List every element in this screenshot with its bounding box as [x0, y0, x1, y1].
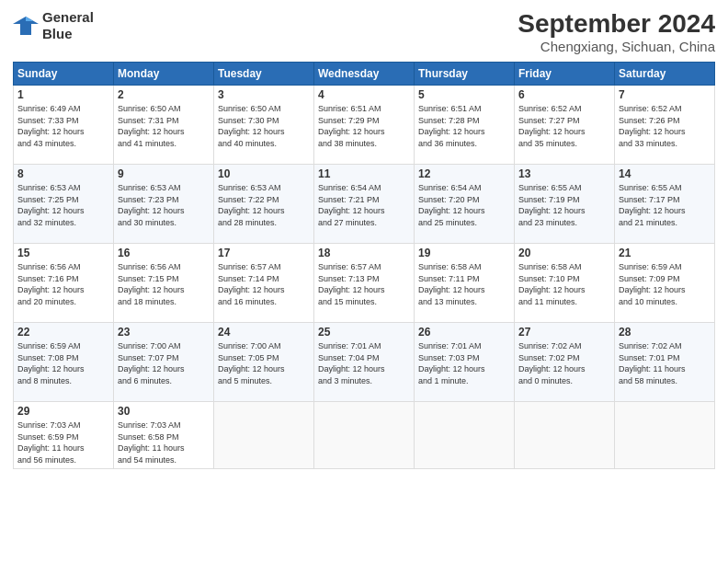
day-info: Sunrise: 6:55 AM Sunset: 7:19 PM Dayligh… — [518, 182, 610, 228]
calendar-cell: 9Sunrise: 6:53 AM Sunset: 7:23 PM Daylig… — [114, 165, 214, 244]
day-info: Sunrise: 6:52 AM Sunset: 7:26 PM Dayligh… — [619, 103, 711, 149]
calendar-cell: 28Sunrise: 7:02 AM Sunset: 7:01 PM Dayli… — [615, 323, 715, 402]
day-number: 12 — [418, 167, 510, 180]
day-info: Sunrise: 6:59 AM Sunset: 7:09 PM Dayligh… — [619, 261, 711, 307]
day-info: Sunrise: 6:59 AM Sunset: 7:08 PM Dayligh… — [17, 340, 109, 386]
calendar-week-row: 22Sunrise: 6:59 AM Sunset: 7:08 PM Dayli… — [14, 323, 715, 402]
weekday-header: Friday — [515, 63, 615, 86]
day-info: Sunrise: 6:58 AM Sunset: 7:10 PM Dayligh… — [518, 261, 610, 307]
day-info: Sunrise: 7:00 AM Sunset: 7:05 PM Dayligh… — [218, 340, 310, 386]
day-info: Sunrise: 6:50 AM Sunset: 7:31 PM Dayligh… — [118, 103, 210, 149]
day-number: 20 — [518, 247, 610, 259]
month-title: September 2024 — [518, 9, 715, 39]
day-info: Sunrise: 6:49 AM Sunset: 7:33 PM Dayligh… — [17, 103, 109, 149]
calendar-cell: 19Sunrise: 6:58 AM Sunset: 7:11 PM Dayli… — [415, 244, 515, 323]
day-number: 26 — [418, 326, 510, 339]
calendar-cell: 8Sunrise: 6:53 AM Sunset: 7:25 PM Daylig… — [14, 165, 114, 244]
logo-icon — [13, 15, 39, 37]
day-number: 21 — [619, 247, 711, 259]
day-number: 24 — [218, 326, 310, 339]
day-info: Sunrise: 6:55 AM Sunset: 7:17 PM Dayligh… — [619, 182, 711, 228]
calendar-cell: 16Sunrise: 6:56 AM Sunset: 7:15 PM Dayli… — [114, 244, 214, 323]
calendar-cell: 11Sunrise: 6:54 AM Sunset: 7:21 PM Dayli… — [314, 165, 415, 244]
calendar-cell: 1Sunrise: 6:49 AM Sunset: 7:33 PM Daylig… — [14, 86, 114, 165]
calendar-header-row: SundayMondayTuesdayWednesdayThursdayFrid… — [14, 63, 715, 86]
day-number: 28 — [619, 326, 711, 339]
calendar-cell: 21Sunrise: 6:59 AM Sunset: 7:09 PM Dayli… — [615, 244, 715, 323]
calendar-cell: 2Sunrise: 6:50 AM Sunset: 7:31 PM Daylig… — [114, 86, 214, 165]
calendar-cell: 30Sunrise: 7:03 AM Sunset: 6:58 PM Dayli… — [114, 402, 214, 469]
day-number: 9 — [118, 167, 210, 180]
logo: General Blue — [13, 9, 94, 42]
day-info: Sunrise: 7:03 AM Sunset: 6:58 PM Dayligh… — [118, 419, 210, 465]
calendar-cell: 18Sunrise: 6:57 AM Sunset: 7:13 PM Dayli… — [314, 244, 415, 323]
day-number: 17 — [218, 247, 310, 259]
calendar-cell: 10Sunrise: 6:53 AM Sunset: 7:22 PM Dayli… — [214, 165, 314, 244]
day-number: 5 — [418, 88, 510, 101]
calendar-cell: 12Sunrise: 6:54 AM Sunset: 7:20 PM Dayli… — [415, 165, 515, 244]
calendar-cell: 26Sunrise: 7:01 AM Sunset: 7:03 PM Dayli… — [415, 323, 515, 402]
calendar-cell: 24Sunrise: 7:00 AM Sunset: 7:05 PM Dayli… — [214, 323, 314, 402]
calendar-cell — [615, 402, 715, 469]
day-info: Sunrise: 7:02 AM Sunset: 7:02 PM Dayligh… — [518, 340, 610, 386]
day-info: Sunrise: 6:54 AM Sunset: 7:20 PM Dayligh… — [418, 182, 510, 228]
day-info: Sunrise: 7:00 AM Sunset: 7:07 PM Dayligh… — [118, 340, 210, 386]
calendar-cell: 3Sunrise: 6:50 AM Sunset: 7:30 PM Daylig… — [214, 86, 314, 165]
day-number: 2 — [118, 88, 210, 101]
calendar-cell: 29Sunrise: 7:03 AM Sunset: 6:59 PM Dayli… — [14, 402, 114, 469]
day-number: 7 — [619, 88, 711, 101]
calendar-cell: 14Sunrise: 6:55 AM Sunset: 7:17 PM Dayli… — [615, 165, 715, 244]
day-number: 1 — [17, 88, 109, 101]
day-number: 8 — [17, 167, 109, 180]
day-number: 13 — [518, 167, 610, 180]
day-info: Sunrise: 6:53 AM Sunset: 7:23 PM Dayligh… — [118, 182, 210, 228]
calendar-cell: 17Sunrise: 6:57 AM Sunset: 7:14 PM Dayli… — [214, 244, 314, 323]
day-number: 11 — [318, 167, 410, 180]
day-info: Sunrise: 7:02 AM Sunset: 7:01 PM Dayligh… — [619, 340, 711, 386]
day-number: 30 — [118, 405, 210, 418]
day-number: 27 — [518, 326, 610, 339]
day-number: 4 — [318, 88, 410, 101]
calendar-week-row: 15Sunrise: 6:56 AM Sunset: 7:16 PM Dayli… — [14, 244, 715, 323]
day-info: Sunrise: 6:50 AM Sunset: 7:30 PM Dayligh… — [218, 103, 310, 149]
calendar-cell: 5Sunrise: 6:51 AM Sunset: 7:28 PM Daylig… — [415, 86, 515, 165]
weekday-header: Wednesday — [314, 63, 415, 86]
weekday-header: Sunday — [14, 63, 114, 86]
day-info: Sunrise: 7:03 AM Sunset: 6:59 PM Dayligh… — [17, 419, 109, 465]
day-number: 16 — [118, 247, 210, 259]
day-number: 3 — [218, 88, 310, 101]
calendar-page: General Blue September 2024 Chengxiang, … — [0, 0, 728, 563]
calendar-cell: 25Sunrise: 7:01 AM Sunset: 7:04 PM Dayli… — [314, 323, 415, 402]
calendar-cell: 20Sunrise: 6:58 AM Sunset: 7:10 PM Dayli… — [515, 244, 615, 323]
calendar-body: 1Sunrise: 6:49 AM Sunset: 7:33 PM Daylig… — [14, 86, 715, 469]
calendar-week-row: 1Sunrise: 6:49 AM Sunset: 7:33 PM Daylig… — [14, 86, 715, 165]
weekday-header: Monday — [114, 63, 214, 86]
day-number: 19 — [418, 247, 510, 259]
calendar-cell: 4Sunrise: 6:51 AM Sunset: 7:29 PM Daylig… — [314, 86, 415, 165]
day-info: Sunrise: 6:51 AM Sunset: 7:29 PM Dayligh… — [318, 103, 410, 149]
day-number: 14 — [619, 167, 711, 180]
weekday-header: Saturday — [615, 63, 715, 86]
day-info: Sunrise: 7:01 AM Sunset: 7:03 PM Dayligh… — [418, 340, 510, 386]
day-info: Sunrise: 7:01 AM Sunset: 7:04 PM Dayligh… — [318, 340, 410, 386]
calendar-cell: 13Sunrise: 6:55 AM Sunset: 7:19 PM Dayli… — [515, 165, 615, 244]
day-info: Sunrise: 6:58 AM Sunset: 7:11 PM Dayligh… — [418, 261, 510, 307]
day-number: 29 — [17, 405, 109, 418]
title-block: September 2024 Chengxiang, Sichuan, Chin… — [518, 9, 715, 54]
day-info: Sunrise: 6:51 AM Sunset: 7:28 PM Dayligh… — [418, 103, 510, 149]
calendar-cell: 15Sunrise: 6:56 AM Sunset: 7:16 PM Dayli… — [14, 244, 114, 323]
day-info: Sunrise: 6:53 AM Sunset: 7:22 PM Dayligh… — [218, 182, 310, 228]
calendar-cell — [214, 402, 314, 469]
day-info: Sunrise: 6:54 AM Sunset: 7:21 PM Dayligh… — [318, 182, 410, 228]
calendar-week-row: 8Sunrise: 6:53 AM Sunset: 7:25 PM Daylig… — [14, 165, 715, 244]
calendar-cell — [415, 402, 515, 469]
logo-text: General Blue — [42, 9, 94, 42]
calendar-cell: 22Sunrise: 6:59 AM Sunset: 7:08 PM Dayli… — [14, 323, 114, 402]
calendar-cell: 6Sunrise: 6:52 AM Sunset: 7:27 PM Daylig… — [515, 86, 615, 165]
day-number: 15 — [17, 247, 109, 259]
day-info: Sunrise: 6:53 AM Sunset: 7:25 PM Dayligh… — [17, 182, 109, 228]
day-number: 10 — [218, 167, 310, 180]
day-info: Sunrise: 6:57 AM Sunset: 7:14 PM Dayligh… — [218, 261, 310, 307]
calendar-cell: 7Sunrise: 6:52 AM Sunset: 7:26 PM Daylig… — [615, 86, 715, 165]
day-info: Sunrise: 6:56 AM Sunset: 7:16 PM Dayligh… — [17, 261, 109, 307]
